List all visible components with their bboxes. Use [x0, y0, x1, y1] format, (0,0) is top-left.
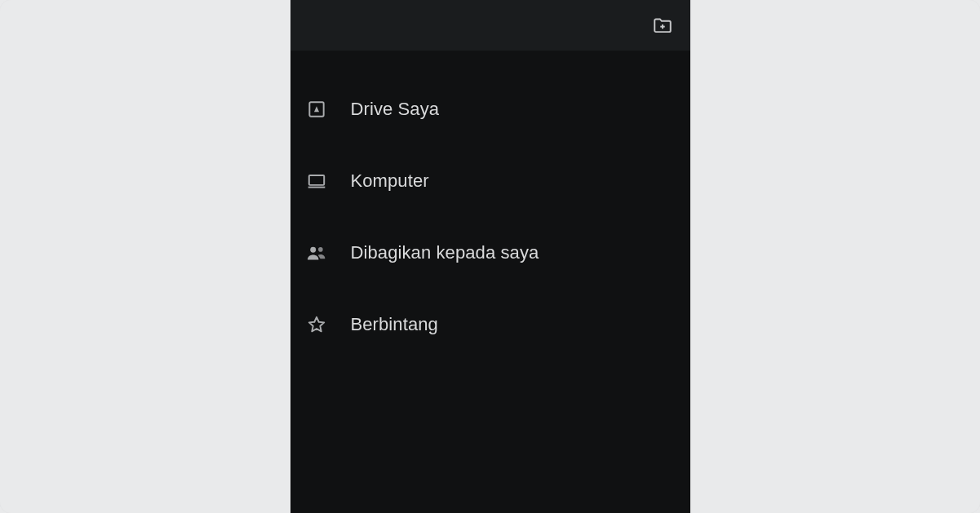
nav-item-starred[interactable]: Berbintang	[290, 289, 690, 360]
svg-point-5	[310, 247, 316, 253]
star-icon	[305, 313, 328, 336]
nav-item-my-drive[interactable]: Drive Saya	[290, 73, 690, 145]
new-folder-icon	[652, 15, 673, 36]
nav-item-computers[interactable]: Komputer	[290, 145, 690, 217]
nav-item-label: Dibagikan kepada saya	[351, 242, 539, 263]
nav-item-label: Komputer	[351, 170, 429, 192]
computer-icon	[305, 170, 328, 192]
topbar	[290, 0, 690, 51]
svg-rect-3	[308, 175, 323, 185]
app-frame: Drive Saya Komputer	[0, 0, 980, 513]
drive-sidebar-panel: Drive Saya Komputer	[290, 0, 690, 513]
nav-item-shared-with-me[interactable]: Dibagikan kepada saya	[290, 217, 690, 289]
svg-point-6	[318, 247, 323, 252]
drive-icon	[305, 98, 328, 121]
shared-icon	[305, 241, 328, 264]
nav-item-label: Drive Saya	[351, 99, 440, 120]
nav-item-label: Berbintang	[351, 314, 438, 335]
nav-list: Drive Saya Komputer	[290, 51, 690, 360]
new-folder-button[interactable]	[650, 12, 676, 38]
